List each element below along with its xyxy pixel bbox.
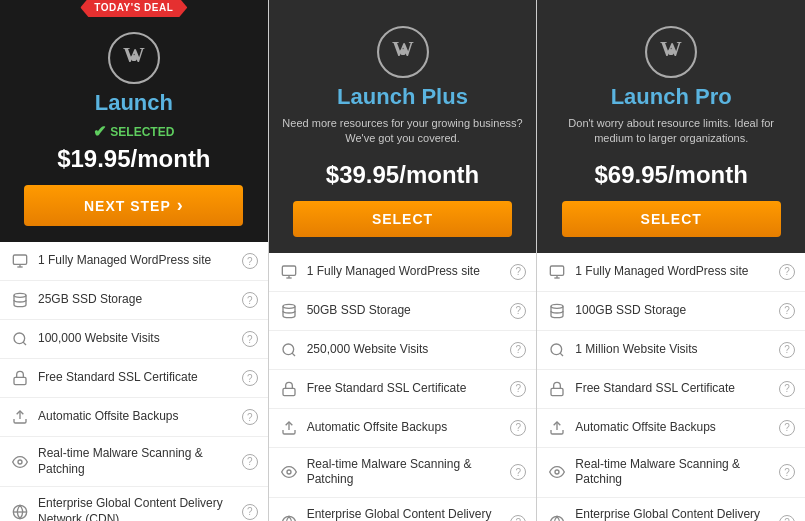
feature-row: 1 Fully Managed WordPress site? [537,253,805,292]
next-step-button[interactable]: NEXT STEP› [24,185,243,226]
feature-icon [279,301,299,321]
selected-badge: ✔ SELECTED [12,122,256,141]
feature-icon [547,513,567,521]
feature-text: Enterprise Global Content Delivery Netwo… [307,507,503,521]
feature-row: Automatic Offsite Backups? [269,409,537,448]
feature-row: 100GB SSD Storage? [537,292,805,331]
svg-point-35 [551,344,562,355]
svg-text:W: W [660,37,682,61]
feature-row: Real-time Malware Scanning & Patching? [537,448,805,498]
feature-row: Free Standard SSL Certificate? [537,370,805,409]
pricing-container: TODAY'S DEAL W Launch✔ SELECTED$19.95/mo… [0,0,805,521]
feature-icon [547,340,567,360]
feature-icon [279,462,299,482]
svg-point-11 [18,460,22,464]
feature-help-icon[interactable]: ? [779,515,795,521]
today-deal-badge: TODAY'S DEAL [80,0,187,17]
feature-icon [279,340,299,360]
feature-row: 1 Fully Managed WordPress site? [0,242,268,281]
feature-icon [547,462,567,482]
svg-line-8 [23,342,26,345]
feature-icon [547,262,567,282]
feature-icon [10,251,30,271]
feature-row: Free Standard SSL Certificate? [269,370,537,409]
feature-text: Enterprise Global Content Delivery Netwo… [38,496,234,521]
feature-icon [10,502,30,521]
plan-features-launch-plus: 1 Fully Managed WordPress site?50GB SSD … [269,253,537,521]
plan-col-launch-plus: W Launch PlusNeed more resources for you… [269,0,538,521]
svg-rect-17 [282,266,295,275]
svg-point-7 [14,333,25,344]
feature-text: Automatic Offsite Backups [38,409,234,425]
select-button-launch-pro[interactable]: SELECT [562,201,781,237]
feature-text: Free Standard SSL Certificate [38,370,234,386]
feature-help-icon[interactable]: ? [779,381,795,397]
svg-point-25 [287,470,291,474]
wp-logo: W [108,32,160,84]
feature-help-icon[interactable]: ? [510,464,526,480]
svg-text:W: W [123,43,145,67]
feature-text: 1 Fully Managed WordPress site [307,264,503,280]
feature-icon [547,301,567,321]
feature-text: Real-time Malware Scanning & Patching [575,457,771,488]
feature-help-icon[interactable]: ? [510,515,526,521]
feature-row: 50GB SSD Storage? [269,292,537,331]
plan-features-launch: 1 Fully Managed WordPress site?25GB SSD … [0,242,268,521]
feature-icon [10,368,30,388]
feature-icon [10,407,30,427]
feature-help-icon[interactable]: ? [779,303,795,319]
svg-rect-3 [13,255,26,264]
wp-logo: W [377,26,429,78]
svg-point-20 [283,304,295,308]
feature-text: 25GB SSD Storage [38,292,234,308]
plan-price-launch: $19.95/month [12,145,256,173]
feature-icon [279,418,299,438]
plan-name-launch-pro: Launch Pro [549,84,793,110]
feature-icon [10,290,30,310]
feature-icon [547,379,567,399]
plan-col-launch: TODAY'S DEAL W Launch✔ SELECTED$19.95/mo… [0,0,269,521]
feature-text: Real-time Malware Scanning & Patching [307,457,503,488]
svg-line-22 [292,353,295,356]
plan-col-launch-pro: W Launch ProDon't worry about resource l… [537,0,805,521]
feature-text: Automatic Offsite Backups [307,420,503,436]
feature-help-icon[interactable]: ? [779,464,795,480]
feature-row: Real-time Malware Scanning & Patching? [269,448,537,498]
plan-desc-launch-plus: Need more resources for your growing bus… [281,116,525,147]
feature-help-icon[interactable]: ? [510,420,526,436]
feature-help-icon[interactable]: ? [242,454,258,470]
feature-help-icon[interactable]: ? [779,264,795,280]
feature-help-icon[interactable]: ? [510,342,526,358]
plan-header-launch-plus: W Launch PlusNeed more resources for you… [269,0,537,253]
feature-help-icon[interactable]: ? [242,409,258,425]
feature-help-icon[interactable]: ? [242,331,258,347]
feature-help-icon[interactable]: ? [242,292,258,308]
feature-text: 1 Fully Managed WordPress site [38,253,234,269]
feature-help-icon[interactable]: ? [779,342,795,358]
feature-icon [547,418,567,438]
feature-text: Automatic Offsite Backups [575,420,771,436]
feature-help-icon[interactable]: ? [510,264,526,280]
feature-row: Automatic Offsite Backups? [537,409,805,448]
select-button-launch-plus[interactable]: SELECT [293,201,512,237]
svg-rect-37 [551,388,563,395]
feature-help-icon[interactable]: ? [510,381,526,397]
feature-help-icon[interactable]: ? [242,370,258,386]
feature-text: 100,000 Website Visits [38,331,234,347]
feature-icon [279,379,299,399]
feature-row: 250,000 Website Visits? [269,331,537,370]
svg-rect-23 [283,388,295,395]
feature-row: Enterprise Global Content Delivery Netwo… [269,498,537,521]
feature-help-icon[interactable]: ? [779,420,795,436]
plan-header-launch: TODAY'S DEAL W Launch✔ SELECTED$19.95/mo… [0,0,268,242]
feature-icon [10,452,30,472]
wp-logo: W [645,26,697,78]
svg-point-34 [551,304,563,308]
feature-row: Enterprise Global Content Delivery Netwo… [537,498,805,521]
plan-header-launch-pro: W Launch ProDon't worry about resource l… [537,0,805,253]
feature-help-icon[interactable]: ? [242,253,258,269]
feature-help-icon[interactable]: ? [242,504,258,520]
feature-text: 1 Million Website Visits [575,342,771,358]
feature-text: 50GB SSD Storage [307,303,503,319]
feature-help-icon[interactable]: ? [510,303,526,319]
